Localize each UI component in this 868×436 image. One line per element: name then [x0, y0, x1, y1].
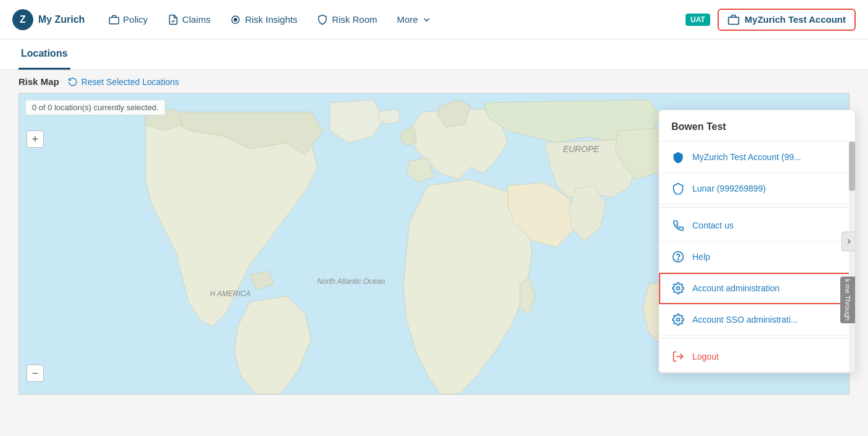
shield-filled-icon — [671, 150, 685, 164]
brand-name: My Zurich — [38, 14, 85, 25]
chevron-down-icon — [422, 15, 432, 25]
dropdown-label-help: Help — [692, 252, 710, 262]
dropdown-scroll: MyZurich Test Account (99... Lunar (9992… — [659, 142, 855, 373]
dropdown-item-account-sso[interactable]: Account SSO administrati... — [659, 304, 855, 336]
nav-item-risk-insights[interactable]: Risk Insights — [221, 9, 306, 30]
svg-text:EUROPE: EUROPE — [563, 144, 600, 154]
svg-rect-3 — [728, 17, 739, 24]
account-button-label: MyZurich Test Account — [745, 14, 846, 25]
uat-badge: UAT — [686, 14, 710, 26]
dropdown-username: Bowen Test — [659, 110, 855, 142]
panel-collapse-button[interactable] — [841, 232, 856, 251]
walk-me-tag[interactable]: k me Through — [840, 277, 855, 323]
nav-label-more: More — [397, 14, 418, 25]
nav-item-claims[interactable]: Claims — [159, 9, 219, 30]
chevron-right-icon — [845, 237, 853, 246]
reset-icon — [68, 77, 78, 87]
nav-item-policy[interactable]: Policy — [100, 9, 157, 30]
dropdown-item-logout[interactable]: Logout — [659, 341, 855, 373]
nav-label-risk-room: Risk Room — [332, 14, 377, 25]
risk-map-bar: Risk Map Reset Selected Locations — [0, 70, 868, 93]
divider-1 — [659, 207, 855, 208]
tab-bar: Locations — [0, 39, 868, 70]
dropdown-label-lunar: Lunar (999269899) — [692, 184, 766, 193]
nav-items: Policy Claims Risk Insights Risk Room Mo… — [100, 9, 686, 30]
dropdown-item-my-zurich[interactable]: MyZurich Test Account (99... — [659, 142, 855, 173]
reset-label: Reset Selected Locations — [81, 77, 179, 87]
nav-item-risk-room[interactable]: Risk Room — [308, 9, 385, 30]
dropdown-label-account-admin: Account administration — [692, 283, 780, 293]
scroll-thumb[interactable] — [849, 142, 855, 191]
reset-locations-button[interactable]: Reset Selected Locations — [68, 77, 179, 87]
divider-2 — [659, 338, 855, 339]
svg-rect-0 — [109, 17, 118, 24]
dropdown-panel: Bowen Test MyZurich Test Account (99... … — [658, 110, 856, 373]
account-button[interactable]: MyZurich Test Account — [718, 9, 856, 31]
dropdown-label-contact: Contact us — [692, 220, 734, 230]
zoom-out-button[interactable]: − — [27, 365, 44, 382]
svg-point-10 — [677, 287, 680, 290]
tab-locations[interactable]: Locations — [18, 39, 70, 70]
nav-label-risk-insights: Risk Insights — [245, 14, 297, 25]
navbar: Z My Zurich Policy Claims Risk Insights … — [0, 0, 868, 39]
shield-icon — [317, 14, 328, 25]
briefcase-icon — [108, 14, 120, 25]
risk-map-label: Risk Map — [18, 76, 59, 87]
shield-outline-icon — [671, 182, 685, 195]
map-status: 0 of 0 location(s) currently selected. — [25, 100, 165, 115]
nav-right: UAT MyZurich Test Account — [686, 9, 856, 31]
file-check-icon — [168, 14, 179, 25]
dropdown-label-sso: Account SSO administrati... — [692, 315, 798, 325]
zoom-in-button[interactable]: + — [27, 131, 44, 148]
svg-point-9 — [678, 259, 679, 260]
brand-logo[interactable]: Z My Zurich — [12, 9, 85, 30]
help-circle-icon — [671, 250, 685, 264]
lightbulb-icon — [230, 14, 241, 25]
logo-icon: Z — [12, 9, 33, 30]
svg-point-11 — [677, 318, 680, 321]
dropdown-label-logout: Logout — [692, 352, 719, 361]
phone-icon — [671, 219, 685, 232]
nav-label-claims: Claims — [182, 14, 211, 25]
svg-text:North Atlantic Ocean: North Atlantic Ocean — [317, 277, 385, 286]
gear-icon-sso — [671, 313, 685, 326]
svg-text:H AMERICA: H AMERICA — [210, 289, 250, 298]
dropdown-label-my-zurich: MyZurich Test Account (99... — [692, 152, 801, 162]
dropdown-item-help[interactable]: Help — [659, 241, 855, 273]
account-briefcase-icon — [727, 14, 740, 26]
nav-item-more[interactable]: More — [388, 9, 440, 30]
scroll-track — [849, 142, 855, 373]
logout-icon — [671, 350, 685, 363]
gear-icon-admin — [671, 281, 685, 295]
nav-label-policy: Policy — [123, 14, 148, 25]
svg-point-2 — [234, 18, 237, 21]
main-content: Risk Map Reset Selected Locations 0 of 0… — [0, 70, 868, 436]
dropdown-item-account-admin[interactable]: Account administration — [659, 273, 855, 304]
dropdown-item-contact[interactable]: Contact us — [659, 210, 855, 241]
dropdown-item-lunar[interactable]: Lunar (999269899) — [659, 173, 855, 204]
